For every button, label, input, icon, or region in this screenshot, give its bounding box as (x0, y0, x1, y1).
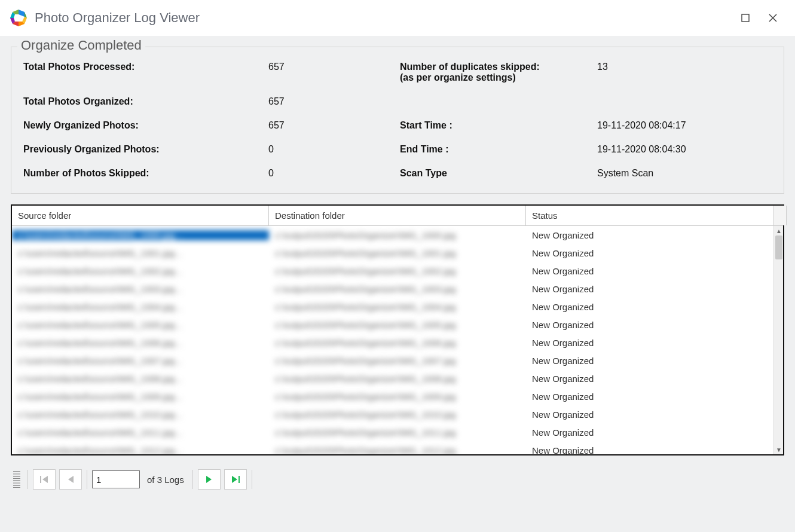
cell-source: c:\users\redacted\source\IMG_1003.jpg .. (12, 284, 269, 294)
last-page-button[interactable] (224, 469, 247, 490)
table-row[interactable]: c:\users\redacted\source\IMG_1011.jpg ..… (12, 423, 783, 441)
scroll-thumb[interactable] (775, 236, 782, 259)
stat-organized-value: 657 (268, 96, 400, 107)
cell-destination: c:\output\2020\PhotoOrganizer\IMG_1008.j… (269, 374, 526, 384)
cell-status: New Organized (526, 302, 783, 312)
svg-rect-8 (742, 14, 749, 22)
close-button[interactable] (759, 6, 787, 30)
fieldset-legend: Organize Completed (17, 38, 145, 53)
svg-marker-0 (19, 10, 25, 17)
stat-endtime-label: End Time : (400, 144, 597, 155)
stat-endtime-value: 19-11-2020 08:04:30 (597, 144, 729, 155)
stat-skipped-label: Number of Photos Skipped: (23, 168, 268, 179)
stat-starttime-value: 19-11-2020 08:04:17 (597, 120, 729, 131)
scroll-up-icon[interactable]: ▲ (774, 226, 783, 236)
cell-status: New Organized (526, 248, 783, 258)
cell-source: c:\users\redacted\source\IMG_1008.jpg .. (12, 374, 269, 384)
stat-duplicates-value: 13 (597, 62, 729, 72)
separator (192, 470, 193, 489)
cell-destination: c:\output\2020\PhotoOrganizer\IMG_1004.j… (269, 302, 526, 312)
stat-scantype-value: System Scan (597, 168, 729, 179)
table-header-row: Source folder Destination folder Status (12, 206, 783, 226)
titlebar: Photo Organizer Log Viewer (0, 0, 795, 36)
cell-destination: c:\output\2020\PhotoOrganizer\IMG_1000.j… (269, 230, 526, 240)
scroll-down-icon[interactable]: ▼ (774, 445, 783, 454)
svg-marker-14 (206, 476, 212, 483)
cell-status: New Organized (526, 284, 783, 294)
summary-fieldset: Organize Completed Total Photos Processe… (11, 47, 784, 194)
prev-page-button[interactable] (59, 469, 82, 490)
stat-scantype-label: Scan Type (400, 168, 597, 179)
table-row[interactable]: c:\users\redacted\source\IMG_1010.jpg ..… (12, 405, 783, 423)
vertical-scrollbar[interactable]: ▲ ▼ (773, 226, 783, 454)
cell-status: New Organized (526, 445, 783, 455)
table-row[interactable]: c:\users\redacted\source\IMG_1009.jpg ..… (12, 387, 783, 405)
maximize-button[interactable] (732, 6, 759, 30)
cell-source: c:\users\redacted\source\IMG_1011.jpg .. (12, 427, 269, 438)
svg-marker-15 (232, 476, 237, 483)
table-row[interactable]: c:\users\redacted\source\IMG_1000.jpg ..… (12, 226, 783, 244)
cell-destination: c:\output\2020\PhotoOrganizer\IMG_1009.j… (269, 392, 526, 402)
stat-prev-label: Previously Organized Photos: (23, 144, 268, 155)
cell-status: New Organized (526, 374, 783, 384)
page-number-input[interactable] (92, 470, 140, 488)
cell-source: c:\users\redacted\source\IMG_1004.jpg .. (12, 302, 269, 312)
table-row[interactable]: c:\users\redacted\source\IMG_1012.jpg ..… (12, 441, 783, 454)
cell-source: c:\users\redacted\source\IMG_1012.jpg .. (12, 445, 269, 455)
workspace: Organize Completed Total Photos Processe… (0, 36, 795, 532)
app-logo-icon (8, 8, 29, 28)
cell-status: New Organized (526, 320, 783, 330)
separator (87, 470, 87, 489)
table-body: c:\users\redacted\source\IMG_1000.jpg ..… (12, 226, 783, 454)
table-row[interactable]: c:\users\redacted\source\IMG_1001.jpg ..… (12, 244, 783, 262)
table-row[interactable]: c:\users\redacted\source\IMG_1003.jpg ..… (12, 280, 783, 298)
col-status[interactable]: Status (526, 206, 773, 225)
cell-source: c:\users\redacted\source\IMG_1010.jpg .. (12, 409, 269, 420)
cell-status: New Organized (526, 427, 783, 438)
stat-prev-value: 0 (268, 144, 400, 155)
col-destination[interactable]: Destination folder (269, 206, 526, 225)
cell-source: c:\users\redacted\source\IMG_1006.jpg .. (12, 338, 269, 348)
cell-status: New Organized (526, 392, 783, 402)
table-row[interactable]: c:\users\redacted\source\IMG_1006.jpg ..… (12, 334, 783, 351)
stat-organized-label: Total Photos Organized: (23, 96, 268, 107)
cell-destination: c:\output\2020\PhotoOrganizer\IMG_1006.j… (269, 338, 526, 348)
cell-status: New Organized (526, 409, 783, 420)
cell-source: c:\users\redacted\source\IMG_1009.jpg .. (12, 392, 269, 402)
page-total-label: of 3 Logs (147, 475, 184, 485)
svg-marker-13 (68, 476, 74, 483)
table-row[interactable]: c:\users\redacted\source\IMG_1002.jpg ..… (12, 262, 783, 280)
stat-newly-label: Newly Organized Photos: (23, 120, 268, 131)
cell-status: New Organized (526, 266, 783, 276)
grip-icon (13, 471, 20, 488)
table-row[interactable]: c:\users\redacted\source\IMG_1007.jpg ..… (12, 351, 783, 369)
stat-newly-value: 657 (268, 120, 400, 131)
separator (252, 470, 252, 489)
pager-bar: of 3 Logs (11, 466, 784, 493)
stat-skipped-value: 0 (268, 168, 400, 179)
cell-status: New Organized (526, 356, 783, 366)
cell-destination: c:\output\2020\PhotoOrganizer\IMG_1011.j… (269, 427, 526, 438)
col-source[interactable]: Source folder (12, 206, 269, 225)
cell-destination: c:\output\2020\PhotoOrganizer\IMG_1007.j… (269, 356, 526, 366)
cell-destination: c:\output\2020\PhotoOrganizer\IMG_1002.j… (269, 266, 526, 276)
next-page-button[interactable] (198, 469, 221, 490)
cell-destination: c:\output\2020\PhotoOrganizer\IMG_1010.j… (269, 409, 526, 420)
cell-destination: c:\output\2020\PhotoOrganizer\IMG_1003.j… (269, 284, 526, 294)
table-row[interactable]: c:\users\redacted\source\IMG_1008.jpg ..… (12, 369, 783, 387)
cell-source: c:\users\redacted\source\IMG_1007.jpg .. (12, 356, 269, 366)
first-page-button[interactable] (33, 469, 56, 490)
svg-marker-12 (42, 476, 48, 483)
cell-source: c:\users\redacted\source\IMG_1002.jpg .. (12, 266, 269, 276)
table-row[interactable]: c:\users\redacted\source\IMG_1005.jpg ..… (12, 316, 783, 334)
window-title: Photo Organizer Log Viewer (35, 10, 200, 26)
cell-status: New Organized (526, 338, 783, 348)
cell-destination: c:\output\2020\PhotoOrganizer\IMG_1005.j… (269, 320, 526, 330)
cell-destination: c:\output\2020\PhotoOrganizer\IMG_1012.j… (269, 445, 526, 455)
cell-source: c:\users\redacted\source\IMG_1000.jpg .. (12, 230, 269, 240)
table-row[interactable]: c:\users\redacted\source\IMG_1004.jpg ..… (12, 298, 783, 316)
stat-processed-label: Total Photos Processed: (23, 62, 268, 72)
cell-source: c:\users\redacted\source\IMG_1005.jpg .. (12, 320, 269, 330)
stat-processed-value: 657 (268, 62, 400, 72)
cell-source: c:\users\redacted\source\IMG_1001.jpg .. (12, 248, 269, 258)
